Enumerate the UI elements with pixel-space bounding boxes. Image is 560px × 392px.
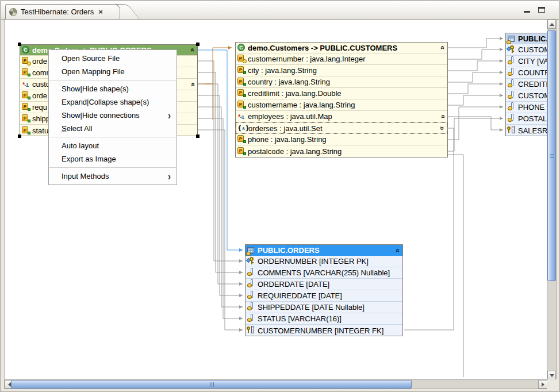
row-label: REQUIREDDATE [DATE]	[258, 291, 342, 300]
menu-item-open-source-file[interactable]: Open Source File	[49, 52, 177, 65]
diagram-canvas[interactable]: C demo.Orders -> PUBLIC.ORDERS » PordePc…	[5, 20, 548, 379]
menu-item-export-as-image[interactable]: Export as Image	[49, 152, 177, 166]
table-public-customers[interactable]: PUBLIC.CUSTOMERS CUSTOMERNUMBERCITY [VAR…	[505, 33, 548, 136]
property-icon: P	[237, 77, 246, 87]
row-shippeddate[interactable]: SHIPPEDDATE [DATE Nullable]	[246, 302, 402, 313]
scroll-down-button[interactable]	[547, 371, 556, 380]
submenu-arrow-icon: ›	[168, 168, 171, 185]
menu-item-input-methods[interactable]: Input Methods›	[49, 170, 177, 183]
property-icon: P	[237, 147, 246, 156]
menu-item-show-hide-shape-s-[interactable]: Show|Hide shape(s)	[49, 82, 177, 95]
row-employees[interactable]: *-1employees : java.util.Map»	[236, 111, 447, 122]
row-label: custo	[32, 80, 50, 89]
row-phone[interactable]: PHONE	[506, 102, 548, 113]
collection-icon: {∧}	[237, 124, 246, 132]
horizontal-scrollbar[interactable]	[4, 379, 548, 389]
menu-item-expand-collapse-shape-s-[interactable]: Expand|Collapse shape(s)	[49, 95, 177, 109]
row-comments[interactable]: COMMENTS [VARCHAR(255) Nullable]	[246, 267, 402, 279]
vertical-scrollbar[interactable]	[547, 19, 557, 381]
connections-collection-descenders[interactable]	[404, 128, 463, 377]
row-status[interactable]: STATUS [VARCHAR(16)]	[246, 313, 402, 325]
row-postalcode[interactable]: POSTALCODE	[506, 113, 548, 125]
table-public-orders[interactable]: PUBLIC.ORDERS » ORDERNUMBER [INTEGER PK]…	[245, 244, 403, 336]
close-icon[interactable]: ×	[98, 8, 103, 16]
property-icon: P	[237, 89, 246, 98]
tab-testhibernate-orders[interactable]: TestHibernate: Orders ×	[5, 4, 120, 19]
property-icon: P	[21, 68, 30, 78]
selection-handle[interactable]	[196, 43, 200, 46]
row-customernumber[interactable]: Pcustomernumber : java.lang.Integer	[236, 53, 447, 65]
table-public-orders-header[interactable]: PUBLIC.ORDERS »	[246, 245, 402, 256]
collapse-chevron-icon[interactable]: »	[439, 44, 445, 51]
menu-item-select-all[interactable]: Select All	[49, 122, 177, 135]
row-salesrep[interactable]: SALESREP	[506, 125, 548, 136]
entity-demo-customers-header[interactable]: C demo.Customers -> PUBLIC.CUSTOMERS »	[236, 43, 447, 53]
selection-handle[interactable]	[18, 43, 21, 46]
column-icon	[507, 68, 516, 78]
row-customername[interactable]: Pcustomername : java.lang.String	[236, 99, 447, 111]
row-label: statu	[32, 126, 48, 135]
menu-separator	[49, 80, 176, 80]
row-label: orde	[32, 57, 47, 66]
row-label: orde	[32, 91, 47, 100]
horizontal-scrollbar-thumb[interactable]	[11, 380, 412, 389]
row-city[interactable]: Pcity : java.lang.String	[236, 65, 447, 76]
row-customernumber[interactable]: CUSTOMERNUMBER	[506, 44, 548, 56]
row-label: CUSTOMERNUMBER [INTEGER FK]	[258, 326, 383, 335]
menu-item-label: Expand|Collapse shape(s)	[62, 95, 171, 109]
row-country[interactable]: Pcountry : java.lang.String	[236, 76, 447, 88]
menu-item-label: Auto layout	[62, 139, 171, 152]
selection-handle[interactable]	[18, 134, 21, 138]
tab-bar: TestHibernate: Orders ×	[1, 1, 559, 20]
column-icon	[507, 102, 516, 112]
vertical-scrollbar-thumb[interactable]	[547, 30, 556, 281]
row-label: ORDERDATE [DATE]	[258, 280, 329, 289]
menu-item-auto-layout[interactable]: Auto layout	[49, 139, 177, 152]
row-orderses[interactable]: {∧}orderses : java.util.Set»	[236, 122, 447, 134]
row-postalcode[interactable]: Ppostalcode : java.lang.String	[236, 145, 447, 157]
row-creditlimit[interactable]: CREDITLIMIT	[506, 79, 548, 90]
row-city[interactable]: CITY [VARCHAR	[506, 56, 548, 67]
column-icon	[247, 268, 255, 278]
selection-handle[interactable]	[196, 134, 200, 138]
row-label: employees : java.util.Map	[248, 112, 332, 121]
scroll-right-button[interactable]	[538, 380, 547, 389]
connections-customers-to-table[interactable]	[448, 39, 503, 151]
row-label: PHONE	[518, 103, 544, 112]
class-icon: C	[237, 44, 246, 52]
column-icon	[507, 91, 516, 101]
row-label: phone : java.lang.String	[248, 135, 327, 144]
row-ordernumber[interactable]: ORDERNUMBER [INTEGER PK]	[246, 256, 402, 267]
row-customernumber[interactable]: CUSTOMERNUMBER [INTEGER FK]	[246, 325, 402, 336]
row-customername[interactable]: CUSTOMERNAME	[506, 90, 548, 102]
menu-item-label: Open Source File	[62, 52, 171, 65]
row-chevron-icon[interactable]: »	[439, 125, 445, 132]
menu-item-show-hide-connections[interactable]: Show|Hide connections›	[49, 109, 177, 122]
hibernate-view-icon	[9, 8, 17, 16]
collapse-chevron-icon[interactable]: »	[189, 47, 195, 53]
table-public-customers-header[interactable]: PUBLIC.CUSTOMERS	[506, 33, 548, 44]
many-to-one-icon: *-1	[237, 113, 246, 121]
collapse-chevron-icon[interactable]: »	[394, 247, 400, 254]
row-label: orderses : java.util.Set	[248, 124, 323, 133]
menu-item-label: Input Methods	[62, 170, 168, 183]
minimize-icon[interactable]	[524, 11, 530, 13]
menu-item-label: Show|Hide shape(s)	[62, 82, 171, 95]
context-menu: Open Source FileOpen Mapping FileShow|Hi…	[48, 49, 177, 185]
maximize-icon[interactable]	[538, 7, 545, 13]
row-label: STATUS [VARCHAR(16)]	[258, 314, 342, 323]
scroll-up-button[interactable]	[547, 20, 556, 29]
row-label: city : java.lang.String	[248, 66, 317, 75]
menu-item-open-mapping-file[interactable]: Open Mapping File	[49, 65, 177, 78]
row-label: customername : java.lang.String	[248, 101, 355, 109]
row-country[interactable]: COUNTRY	[506, 67, 548, 79]
row-chevron-icon[interactable]: »	[440, 113, 446, 120]
row-phone[interactable]: Pphone : java.lang.String	[236, 134, 447, 145]
property-icon: P	[21, 126, 30, 136]
row-requireddate[interactable]: REQUIREDDATE [DATE]	[246, 290, 402, 302]
row-chevron-icon[interactable]: »	[190, 81, 195, 88]
row-creditlimit[interactable]: Pcreditlimit : java.lang.Double	[236, 88, 447, 99]
row-orderdate[interactable]: ORDERDATE [DATE]	[246, 279, 402, 290]
column-icon	[507, 79, 516, 89]
entity-demo-customers[interactable]: C demo.Customers -> PUBLIC.CUSTOMERS » P…	[235, 42, 448, 157]
